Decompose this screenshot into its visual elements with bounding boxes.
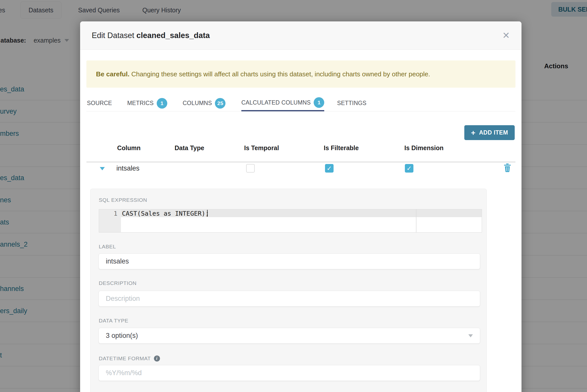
- modal-title-prefix: Edit Dataset: [92, 31, 136, 40]
- tab-columns[interactable]: COLUMNS25: [183, 95, 225, 111]
- close-icon[interactable]: ✕: [502, 31, 510, 40]
- check-icon: ✓: [407, 165, 412, 172]
- chevron-down-icon: [468, 334, 473, 337]
- columns-count-badge: 25: [215, 98, 225, 109]
- metrics-count-badge: 1: [157, 98, 167, 109]
- warning-banner: Be careful. Changing these settings will…: [86, 60, 515, 88]
- is-filterable-checkbox[interactable]: ✓: [325, 164, 334, 173]
- check-icon: ✓: [327, 165, 332, 172]
- calculated-column-name: intsales: [116, 165, 140, 172]
- plus-icon: +: [471, 129, 475, 137]
- column-header-is-temporal: Is Temporal: [244, 144, 279, 156]
- column-detail-panel: SQL EXPRESSION 1 CAST(Sales as INTEGER);…: [90, 189, 487, 392]
- datetime-format-input[interactable]: [99, 365, 480, 381]
- column-header-is-dimension: Is Dimension: [404, 144, 444, 156]
- calculated-columns-count-badge: 1: [314, 97, 324, 108]
- description-input[interactable]: [99, 291, 480, 307]
- label-input[interactable]: [99, 253, 480, 269]
- warning-text: Be careful. Changing these settings will…: [96, 70, 430, 78]
- is-temporal-checkbox[interactable]: ✓: [246, 164, 255, 173]
- trash-icon: [504, 164, 511, 172]
- is-dimension-checkbox[interactable]: ✓: [405, 164, 413, 173]
- text-cursor: [207, 210, 208, 217]
- tab-calculated-columns[interactable]: CALCULATED COLUMNS1: [241, 95, 324, 111]
- data-type-field-label: DATA TYPE: [99, 318, 128, 324]
- modal-header: Edit Dataset cleaned_sales_data ✕: [80, 21, 521, 50]
- description-field-label: DESCRIPTION: [99, 280, 137, 286]
- delete-column-button[interactable]: [503, 163, 512, 173]
- modal-tabs: SOURCE METRICS1 COLUMNS25 CALCULATED COL…: [86, 95, 515, 111]
- datetime-format-field-label: DATETIME FORMAT i: [99, 355, 160, 362]
- tab-source[interactable]: SOURCE: [87, 95, 112, 111]
- column-header-data-type: Data Type: [175, 144, 204, 156]
- info-icon[interactable]: i: [154, 355, 160, 362]
- edit-dataset-modal: Edit Dataset cleaned_sales_data ✕ Be car…: [80, 21, 521, 392]
- tab-metrics[interactable]: METRICS1: [127, 95, 167, 111]
- column-header-column: Column: [117, 144, 141, 156]
- data-type-value: 3 option(s): [106, 332, 138, 340]
- modal-title: Edit Dataset cleaned_sales_data: [92, 31, 210, 40]
- line-number: 1: [114, 210, 117, 217]
- sql-expression-code: CAST(Sales as INTEGER);: [122, 210, 209, 217]
- editor-print-margin: [416, 209, 416, 232]
- collapse-caret-icon[interactable]: [100, 167, 105, 170]
- editor-gutter: 1: [99, 209, 121, 232]
- data-type-select[interactable]: 3 option(s): [99, 328, 480, 344]
- sql-expression-label: SQL EXPRESSION: [99, 197, 147, 203]
- calculated-column-row: intsales ✓ ✓ ✓: [80, 162, 521, 175]
- modal-title-dataset-name: cleaned_sales_data: [136, 31, 210, 40]
- column-header-is-filterable: Is Filterable: [324, 144, 359, 156]
- tab-settings[interactable]: SETTINGS: [337, 95, 367, 111]
- add-item-button[interactable]: + ADD ITEM: [464, 125, 515, 140]
- label-field-label: LABEL: [99, 244, 116, 250]
- screen: es Datasets Saved Queries Query History …: [0, 0, 587, 392]
- sql-expression-editor[interactable]: 1 CAST(Sales as INTEGER);: [99, 209, 482, 233]
